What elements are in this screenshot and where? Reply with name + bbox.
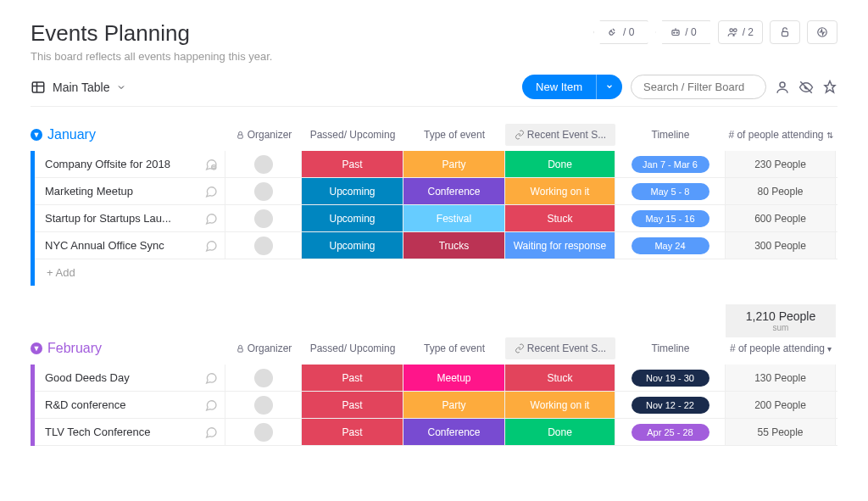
col-passed[interactable]: Passed/ Upcoming [302, 337, 403, 359]
organizer-cell[interactable] [225, 205, 302, 231]
view-selector[interactable]: Main Table [31, 80, 126, 95]
item-name-cell[interactable]: Startup for Startups Lau... [35, 205, 225, 231]
col-organizer[interactable]: Organizer [225, 124, 302, 146]
pin-button[interactable] [822, 80, 837, 95]
chat-icon [204, 426, 218, 439]
svg-point-2 [676, 32, 677, 33]
timeline-cell[interactable]: Apr 25 - 28 [615, 419, 726, 445]
conversation-button[interactable] [204, 398, 218, 412]
organizer-cell[interactable] [225, 365, 302, 391]
col-timeline[interactable]: Timeline [615, 337, 726, 359]
header-actions: / 0 / 0 / 2 [593, 20, 837, 44]
add-item-button[interactable]: + Add [35, 259, 837, 286]
people-cell[interactable]: 230 People [726, 151, 836, 177]
status-cell[interactable]: Working on it [505, 178, 615, 204]
type-cell[interactable]: Party [403, 392, 505, 418]
status-cell[interactable]: Stuck [505, 365, 615, 391]
organizer-cell[interactable] [225, 392, 302, 418]
timeline-cell[interactable]: Nov 12 - 22 [615, 392, 726, 418]
timeline-cell[interactable]: Jan 7 - Mar 6 [615, 151, 726, 177]
status-cell[interactable]: Done [505, 151, 615, 177]
type-cell[interactable]: Festival [403, 205, 505, 231]
passed-cell[interactable]: Past [302, 151, 403, 177]
col-timeline[interactable]: Timeline [615, 124, 726, 146]
organizer-cell[interactable] [225, 151, 302, 177]
timeline-cell[interactable]: May 24 [615, 232, 726, 259]
organizer-cell[interactable] [225, 232, 302, 259]
status-cell[interactable]: Done [505, 419, 615, 445]
col-recent-status[interactable]: Recent Event S... [505, 124, 615, 146]
status-cell[interactable]: Working on it [505, 392, 615, 418]
conversation-button[interactable] [204, 426, 218, 439]
type-cell[interactable]: Party [403, 151, 505, 177]
sort-icon[interactable]: ▾ [827, 344, 832, 353]
svg-point-4 [733, 29, 737, 32]
type-cell[interactable]: Conference [403, 419, 505, 445]
col-people[interactable]: # of people attending▾ [726, 337, 836, 359]
type-cell[interactable]: Conference [403, 178, 505, 204]
passed-cell[interactable]: Past [302, 419, 403, 445]
type-cell[interactable]: Trucks [403, 232, 505, 259]
col-type[interactable]: Type of event [403, 337, 505, 359]
integration-chip-1[interactable]: / 0 [593, 20, 648, 44]
item-name-cell[interactable]: NYC Annual Office Sync [35, 232, 225, 259]
conversation-button[interactable] [204, 185, 218, 198]
group-toggle[interactable]: ▼ January [31, 127, 225, 142]
item-name-cell[interactable]: TLV Tech Conference [35, 419, 225, 445]
lock-chip[interactable] [770, 20, 800, 44]
conversation-button[interactable] [204, 158, 218, 171]
new-item-button[interactable]: New Item [522, 75, 622, 99]
timeline-cell[interactable]: Nov 19 - 30 [615, 365, 726, 391]
conversation-button[interactable] [204, 212, 218, 225]
table-row[interactable]: Company Offsite for 2018 Past Party Done… [35, 151, 837, 178]
conversation-button[interactable] [204, 239, 218, 253]
new-item-caret[interactable] [596, 75, 622, 99]
conversation-button[interactable] [204, 371, 218, 385]
col-type[interactable]: Type of event [403, 124, 505, 146]
table-row[interactable]: Startup for Startups Lau... Upcoming Fes… [35, 205, 837, 232]
status-cell[interactable]: Stuck [505, 205, 615, 231]
table-row[interactable]: NYC Annual Office Sync Upcoming Trucks W… [35, 232, 837, 259]
passed-cell[interactable]: Past [302, 392, 403, 418]
people-cell[interactable]: 130 People [726, 365, 836, 391]
passed-cell[interactable]: Upcoming [302, 232, 403, 259]
status-cell[interactable]: Waiting for response [505, 232, 615, 259]
person-filter[interactable] [775, 80, 790, 95]
activity-chip[interactable] [807, 20, 837, 44]
table-icon [31, 80, 46, 95]
item-name: Startup for Startups Lau... [45, 212, 171, 225]
col-people[interactable]: # of people attending⇅ [726, 124, 836, 146]
passed-cell[interactable]: Upcoming [302, 205, 403, 231]
item-name-cell[interactable]: Company Offsite for 2018 [35, 151, 225, 177]
integration-chip-2[interactable]: / 0 [655, 20, 710, 44]
table-row[interactable]: TLV Tech Conference Past Conference Done… [35, 419, 837, 446]
item-name-cell[interactable]: Good Deeds Day [35, 365, 225, 391]
people-cell[interactable]: 80 People [726, 178, 836, 204]
people-cell[interactable]: 55 People [726, 419, 836, 445]
people-cell[interactable]: 300 People [726, 232, 836, 259]
table-row[interactable]: Good Deeds Day Past Meetup Stuck Nov 19 … [35, 365, 837, 392]
avatar [254, 155, 273, 174]
search-input[interactable] [631, 75, 766, 99]
group-toggle[interactable]: ▼ February [31, 341, 225, 356]
timeline-cell[interactable]: May 5 - 8 [615, 178, 726, 204]
avatar [254, 237, 273, 255]
type-cell[interactable]: Meetup [403, 365, 505, 391]
people-cell[interactable]: 200 People [726, 392, 836, 418]
item-name-cell[interactable]: R&D conference [35, 392, 225, 418]
group-february: ▼ February Organizer Passed/ Upcoming Ty… [31, 337, 837, 446]
organizer-cell[interactable] [225, 419, 302, 445]
passed-cell[interactable]: Upcoming [302, 178, 403, 204]
table-row[interactable]: Marketing Meetup Upcoming Conference Wor… [35, 178, 837, 205]
passed-cell[interactable]: Past [302, 365, 403, 391]
people-cell[interactable]: 600 People [726, 205, 836, 231]
organizer-cell[interactable] [225, 178, 302, 204]
col-passed[interactable]: Passed/ Upcoming [302, 124, 403, 146]
table-row[interactable]: R&D conference Past Party Working on it … [35, 392, 837, 419]
members-chip[interactable]: / 2 [718, 20, 763, 44]
item-name-cell[interactable]: Marketing Meetup [35, 178, 225, 204]
col-organizer[interactable]: Organizer [225, 337, 302, 359]
hide-columns[interactable] [798, 80, 814, 95]
timeline-cell[interactable]: May 15 - 16 [615, 205, 726, 231]
col-recent-status[interactable]: Recent Event S... [505, 337, 615, 359]
